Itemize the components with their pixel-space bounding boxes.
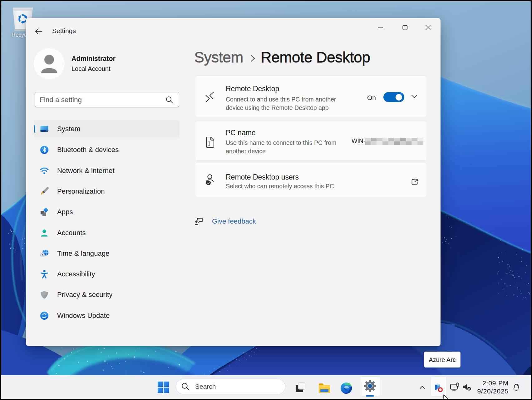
svg-text:z: z <box>519 383 520 386</box>
